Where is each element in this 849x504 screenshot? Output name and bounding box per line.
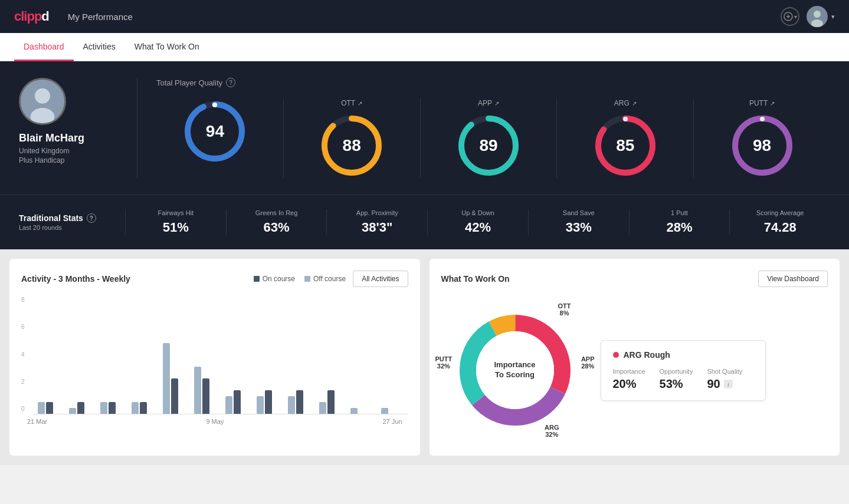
metric-shot-quality: Shot Quality 90 ↓ bbox=[707, 368, 742, 391]
header-actions: ▾ ▾ bbox=[781, 6, 835, 27]
stat-1putt: 1 Putt 28% bbox=[629, 209, 730, 235]
tab-activities[interactable]: Activities bbox=[74, 33, 125, 61]
detail-card-title: ARG Rough bbox=[613, 350, 753, 360]
opportunity-value: 53% bbox=[660, 377, 693, 391]
bar-off-course bbox=[38, 402, 45, 414]
shot-quality-value: 90 ↓ bbox=[707, 377, 742, 391]
tab-dashboard[interactable]: Dashboard bbox=[14, 33, 74, 61]
tpq-label: Total Player Quality ? bbox=[156, 78, 830, 87]
all-activities-button[interactable]: All Activities bbox=[353, 271, 408, 287]
tpq-help-icon[interactable]: ? bbox=[226, 78, 235, 87]
legend-off-course: Off course bbox=[304, 275, 346, 283]
bar-group bbox=[194, 367, 221, 414]
bar-on-course bbox=[46, 402, 53, 414]
player-avatar bbox=[19, 78, 66, 125]
y-axis: 8 6 4 2 0 bbox=[21, 297, 25, 414]
app-value: 89 bbox=[479, 136, 497, 155]
stat-proximity-label: App. Proximity bbox=[356, 209, 398, 216]
bar-group bbox=[163, 343, 189, 414]
bar-group bbox=[38, 402, 64, 414]
player-info: Blair McHarg United Kingdom Plus Handica… bbox=[19, 78, 137, 178]
stat-proximity: App. Proximity 38'3" bbox=[326, 209, 427, 235]
bar-off-course bbox=[225, 396, 232, 414]
bar-group bbox=[69, 402, 96, 414]
bar-on-course bbox=[234, 390, 241, 414]
importance-label: Importance bbox=[613, 368, 645, 375]
detail-metrics: Importance 20% Opportunity 53% Shot Qual… bbox=[613, 368, 753, 391]
tpq-value: 94 bbox=[206, 122, 224, 141]
shot-quality-badge: ↓ bbox=[724, 380, 733, 388]
chart-legend: On course Off course bbox=[254, 275, 346, 283]
x-axis-labels: 21 Mar 9 May 27 Jun bbox=[21, 418, 408, 425]
bar-on-course bbox=[265, 390, 272, 414]
add-button[interactable]: ▾ bbox=[781, 7, 799, 26]
chart-inner: 8 6 4 2 0 bbox=[21, 297, 408, 414]
stat-sandsave-label: Sand Save bbox=[563, 209, 595, 216]
avatar bbox=[807, 6, 828, 27]
bar-on-course bbox=[140, 402, 147, 414]
putt-label: PUTT ↗ bbox=[749, 99, 775, 107]
what-to-work-on-panel: What To Work On View Dashboard bbox=[430, 259, 840, 456]
svg-point-5 bbox=[35, 88, 50, 104]
stats-label: Traditional Stats ? bbox=[19, 213, 125, 223]
tpq-ring: 94 bbox=[182, 99, 247, 164]
stat-scoring-value: 74.28 bbox=[764, 220, 796, 235]
app-header: clippd My Performance ▾ ▾ bbox=[0, 0, 849, 33]
stat-greens-value: 63% bbox=[264, 220, 290, 235]
bar-off-course bbox=[381, 408, 388, 414]
bar-off-course bbox=[100, 402, 107, 414]
player-name: Blair McHarg bbox=[19, 132, 84, 144]
shot-quality-label: Shot Quality bbox=[707, 368, 742, 375]
tab-what-to-work-on[interactable]: What To Work On bbox=[125, 33, 209, 61]
stat-greens: Greens In Reg 63% bbox=[226, 209, 327, 235]
bar-group bbox=[319, 390, 346, 414]
activity-panel-header: Activity - 3 Months - Weekly On course O… bbox=[21, 271, 408, 287]
bar-group bbox=[100, 402, 127, 414]
score-arg: ARG ↗ 85 bbox=[557, 99, 694, 178]
stat-sandsave: Sand Save 33% bbox=[528, 209, 629, 235]
bar-off-course bbox=[257, 396, 264, 414]
stats-help-icon[interactable]: ? bbox=[87, 213, 96, 223]
stat-fairways-label: Fairways Hit bbox=[158, 209, 194, 216]
bar-on-course bbox=[109, 402, 116, 414]
bar-group bbox=[257, 390, 283, 414]
svg-point-2 bbox=[814, 11, 821, 18]
logo: clippd bbox=[14, 9, 49, 24]
app-donut-label: APP 28% bbox=[581, 355, 595, 370]
arg-value: 85 bbox=[616, 136, 634, 155]
wtwo-header: What To Work On View Dashboard bbox=[441, 271, 828, 287]
svg-point-19 bbox=[760, 117, 765, 121]
detail-dot bbox=[613, 352, 619, 358]
hero-section: Blair McHarg United Kingdom Plus Handica… bbox=[0, 61, 849, 195]
stat-fairways: Fairways Hit 51% bbox=[125, 209, 226, 235]
arg-donut-label: ARG 32% bbox=[545, 424, 559, 438]
app-ring: 89 bbox=[456, 113, 521, 178]
avatar-button[interactable]: ▾ bbox=[807, 6, 835, 27]
player-handicap: Plus Handicap bbox=[19, 156, 64, 164]
donut-chart: OTT 8% APP 28% ARG 32% PUTT 32% Importa bbox=[441, 297, 589, 444]
legend-on-course: On course bbox=[254, 275, 295, 283]
bar-group bbox=[350, 408, 377, 414]
donut-center-text: Importance To Scoring bbox=[494, 360, 535, 380]
arg-ring: 85 bbox=[593, 113, 658, 178]
stat-proximity-value: 38'3" bbox=[362, 220, 392, 235]
bar-group bbox=[381, 408, 408, 414]
add-chevron: ▾ bbox=[794, 14, 797, 20]
score-tpq: 94 bbox=[156, 99, 284, 178]
ott-value: 88 bbox=[343, 136, 361, 155]
svg-point-16 bbox=[623, 117, 628, 121]
stat-updown-value: 42% bbox=[465, 220, 491, 235]
stats-sub: Last 20 rounds bbox=[19, 224, 125, 231]
bar-on-course bbox=[171, 378, 178, 414]
score-ott: OTT ↗ 88 bbox=[284, 99, 421, 178]
bars-container bbox=[33, 297, 408, 414]
bar-group bbox=[288, 390, 314, 414]
legend-off-dot bbox=[304, 276, 310, 282]
bar-group bbox=[132, 402, 158, 414]
stat-1putt-value: 28% bbox=[666, 220, 692, 235]
view-dashboard-button[interactable]: View Dashboard bbox=[758, 271, 828, 287]
scores-grid: 94 OTT ↗ 88 APP bbox=[156, 99, 830, 178]
activity-panel-title: Activity - 3 Months - Weekly bbox=[21, 274, 130, 284]
stat-updown: Up & Down 42% bbox=[427, 209, 528, 235]
stat-sandsave-value: 33% bbox=[566, 220, 592, 235]
